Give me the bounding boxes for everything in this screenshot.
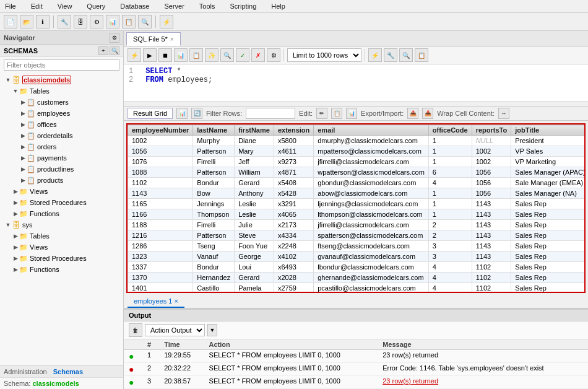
output-clear-btn[interactable]: 🗑 bbox=[129, 323, 142, 337]
table-row[interactable]: 1188FirrelliJuliex2173jfirrelli@classicm… bbox=[128, 220, 586, 230]
tb-extra-1[interactable]: ⚡ bbox=[368, 48, 382, 62]
schema-classicmodels[interactable]: ▼ 🗄 classicmodels bbox=[0, 74, 123, 85]
data-grid-container[interactable]: employeeNumber lastName firstName extens… bbox=[126, 123, 586, 293]
tree-tables-folder[interactable]: ▼ 📁 Tables bbox=[0, 85, 123, 97]
table-row[interactable]: 1088PattersonWilliamx4871wpatterson@clas… bbox=[128, 167, 586, 178]
menu-scripting[interactable]: Scripting bbox=[228, 1, 259, 11]
export-btn-1[interactable]: 📤 bbox=[407, 108, 418, 119]
stop-btn[interactable]: ⏹ bbox=[158, 48, 172, 62]
tb-extra-2[interactable]: 🔧 bbox=[384, 48, 397, 62]
tree-offices[interactable]: ▶ 📋 offices bbox=[0, 119, 123, 130]
table-row[interactable]: 1166ThompsonLesliex4065lthompson@classic… bbox=[128, 209, 586, 220]
tree-functions-folder[interactable]: ▶ 📁 Functions bbox=[0, 208, 123, 219]
menu-edit[interactable]: Edit bbox=[28, 1, 45, 11]
table-row[interactable]: 1102BondurGerardx5408gbondur@classicmode… bbox=[128, 178, 586, 188]
sql-file-tab[interactable]: SQL File 5* × bbox=[126, 32, 181, 46]
tree-views-folder[interactable]: ▶ 📁 Views bbox=[0, 186, 123, 197]
table-row[interactable]: 1323VanaufGeorgex4102gvanauf@classicmode… bbox=[128, 251, 586, 262]
open-btn[interactable]: 📂 bbox=[20, 15, 33, 28]
explain-btn[interactable]: 📊 bbox=[174, 48, 188, 62]
new-file-btn[interactable]: 📄 bbox=[4, 15, 17, 28]
output-dropdown-btn[interactable]: ▼ bbox=[207, 324, 217, 336]
find-btn[interactable]: 🔍 bbox=[220, 48, 234, 62]
col-reportsTo[interactable]: reportsTo bbox=[472, 125, 511, 136]
col-email[interactable]: email bbox=[314, 125, 429, 136]
limit-select[interactable]: Limit to 1000 rows Limit to 200 rows Don… bbox=[287, 48, 361, 62]
tb-btn-7[interactable]: ⚡ bbox=[160, 15, 173, 28]
menu-database[interactable]: Database bbox=[118, 1, 152, 11]
tb-btn-3[interactable]: ⚙ bbox=[90, 15, 103, 28]
result-btn-1[interactable]: 📊 bbox=[176, 108, 188, 119]
tab-close-btn[interactable]: × bbox=[170, 36, 174, 43]
tree-payments[interactable]: ▶ 📋 payments bbox=[0, 152, 123, 164]
navigator-config-btn[interactable]: ⚙ bbox=[110, 33, 119, 43]
schemas-search-btn[interactable]: 🔍 bbox=[110, 46, 119, 55]
menu-server[interactable]: Server bbox=[162, 1, 186, 11]
tree-productlines[interactable]: ▶ 📋 productlines bbox=[0, 164, 123, 175]
execute-btn[interactable]: ⚡ bbox=[128, 48, 141, 62]
menu-help[interactable]: Help bbox=[269, 1, 288, 11]
col-firstName[interactable]: firstName bbox=[235, 125, 274, 136]
tb-extra-4[interactable]: 📋 bbox=[415, 48, 428, 62]
explain-row-btn[interactable]: 📋 bbox=[189, 48, 203, 62]
output-action-select[interactable]: Action Output bbox=[145, 324, 205, 336]
menu-view[interactable]: View bbox=[55, 1, 75, 11]
sys-functions-folder[interactable]: ▶ 📁 Functions bbox=[0, 264, 123, 275]
tree-orders[interactable]: ▶ 📋 orders bbox=[0, 141, 123, 152]
table-row[interactable]: 1056PattersonMaryx4611mpatterso@classicm… bbox=[128, 146, 586, 157]
result-grid-tab[interactable]: Result Grid bbox=[128, 108, 173, 119]
tb-extra-3[interactable]: 🔍 bbox=[399, 48, 413, 62]
table-row[interactable]: 1076FirrelliJeffx9273jfirrelli@classicmo… bbox=[128, 157, 586, 167]
employees-tab[interactable]: employees 1 × bbox=[128, 295, 184, 308]
sys-tables-folder[interactable]: ▶ 📁 Tables bbox=[0, 230, 123, 242]
ok-btn[interactable]: ✓ bbox=[236, 48, 249, 62]
tb-btn-1[interactable]: 🔧 bbox=[58, 15, 71, 28]
filter-rows-input[interactable] bbox=[246, 108, 295, 119]
edit-btn-2[interactable]: 📋 bbox=[331, 108, 342, 119]
table-row[interactable]: 1143BowAnthonyx5428abow@classicmodelcars… bbox=[128, 188, 586, 199]
table-row[interactable]: 1370HernandezGerardx2028ghernande@classi… bbox=[128, 273, 586, 283]
tb-btn-4[interactable]: 📊 bbox=[106, 15, 119, 28]
tb-btn-6[interactable]: 🔍 bbox=[138, 15, 152, 28]
result-btn-2[interactable]: 🔄 bbox=[191, 108, 202, 119]
table-row[interactable]: 1165JenningsLesliex3291ljennings@classic… bbox=[128, 199, 586, 209]
execute-current-btn[interactable]: ▶ bbox=[143, 48, 157, 62]
tb-btn-5[interactable]: 📋 bbox=[122, 15, 136, 28]
beautify-btn[interactable]: ✨ bbox=[205, 48, 218, 62]
export-btn-2[interactable]: 📥 bbox=[422, 108, 433, 119]
schemas-tab[interactable]: Schemas bbox=[53, 368, 83, 375]
table-row[interactable]: 1337BondurLouix6493lbondur@classicmodelc… bbox=[128, 262, 586, 273]
sql-editor[interactable]: 1 SELECT * 2 FROM employees; bbox=[124, 64, 588, 102]
horizontal-scroll[interactable] bbox=[124, 102, 588, 107]
menu-query[interactable]: Query bbox=[84, 1, 108, 11]
col-extension[interactable]: extension bbox=[274, 125, 313, 136]
cancel2-btn[interactable]: ✗ bbox=[251, 48, 265, 62]
administration-tab[interactable]: Administration bbox=[4, 368, 47, 375]
table-row[interactable]: 1286TsengFoon Yuex2248ftseng@classicmode… bbox=[128, 241, 586, 251]
table-row[interactable]: 1002MurphyDianex5800dmurphy@classicmodel… bbox=[128, 136, 586, 146]
schemas-add-btn[interactable]: + bbox=[98, 46, 108, 55]
col-lastName[interactable]: lastName bbox=[193, 125, 235, 136]
tree-products[interactable]: ▶ 📋 products bbox=[0, 175, 123, 186]
sys-stored-procedures-folder[interactable]: ▶ 📁 Stored Procedures bbox=[0, 253, 123, 264]
menu-file[interactable]: File bbox=[2, 1, 19, 11]
filter-input[interactable] bbox=[4, 59, 119, 71]
tree-employees[interactable]: ▶ 📋 employees bbox=[0, 108, 123, 119]
edit-btn-1[interactable]: ✏ bbox=[316, 108, 327, 119]
sys-views-folder[interactable]: ▶ 📁 Views bbox=[0, 242, 123, 253]
error-link[interactable]: 23 row(s) returned bbox=[383, 377, 438, 385]
tree-stored-procedures-folder[interactable]: ▶ 📁 Stored Procedures bbox=[0, 197, 123, 208]
tb-btn-2[interactable]: 🗄 bbox=[74, 15, 87, 28]
tree-orderdetails[interactable]: ▶ 📋 orderdetails bbox=[0, 130, 123, 141]
schema-sys[interactable]: ▼ 🗄 sys bbox=[0, 219, 123, 230]
info-btn[interactable]: ℹ bbox=[36, 15, 50, 28]
menu-tools[interactable]: Tools bbox=[197, 1, 218, 11]
col-officeCode[interactable]: officeCode bbox=[428, 125, 472, 136]
table-row[interactable]: 1401CastilloPamelax2759pcastillo@classic… bbox=[128, 283, 586, 294]
tree-customers[interactable]: ▶ 📋 customers bbox=[0, 97, 123, 108]
col-employeeNumber[interactable]: employeeNumber bbox=[128, 125, 193, 136]
table-row[interactable]: 1216PattersonStevex4334spatterson@classi… bbox=[128, 230, 586, 241]
col-jobTitle[interactable]: jobTitle bbox=[511, 125, 586, 136]
edit-btn-3[interactable]: 📊 bbox=[346, 108, 357, 119]
tb-btn-x[interactable]: ⚙ bbox=[267, 48, 280, 62]
